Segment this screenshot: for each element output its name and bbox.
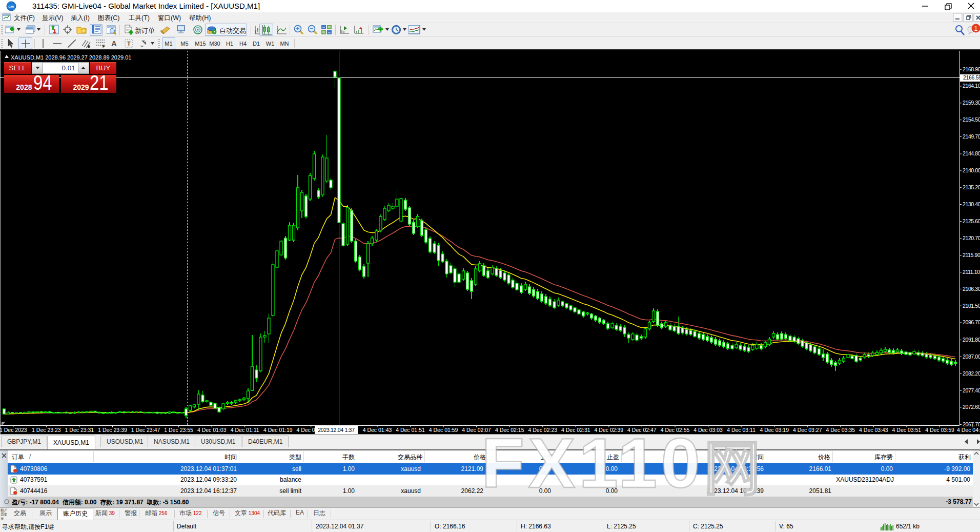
svg-text:2023.12.04 1:37: 2023.12.04 1:37 (318, 427, 355, 433)
svg-text:4 Dec 03:43: 4 Dec 03:43 (859, 427, 888, 433)
svg-text:2154.50: 2154.50 (963, 116, 980, 123)
svg-text:1: 1 (974, 25, 978, 32)
svg-text:F: F (103, 45, 105, 48)
svg-text:2111.10: 2111.10 (963, 269, 980, 275)
svg-text:4 Dec 03:59: 4 Dec 03:59 (925, 427, 954, 433)
svg-text:2140.00: 2140.00 (963, 167, 980, 173)
svg-text:1 Dec 23:23: 1 Dec 23:23 (32, 427, 61, 433)
svg-text:2144.80: 2144.80 (963, 150, 980, 156)
svg-text:2135.20: 2135.20 (963, 184, 980, 190)
svg-text:XAUUSD,M1 2028.96 2029.27 202: XAUUSD,M1 2028.96 2029.27 2028.89 2029.0… (11, 54, 131, 61)
svg-text:2159.30: 2159.30 (963, 100, 980, 106)
svg-text:4 Dec 01:59: 4 Dec 01:59 (429, 427, 458, 433)
svg-text:2120.70: 2120.70 (963, 235, 980, 241)
svg-text:4 Dec 03:35: 4 Dec 03:35 (826, 427, 855, 433)
svg-text:T: T (127, 41, 131, 47)
svg-text:2106.30: 2106.30 (963, 286, 980, 292)
svg-text:2077.40: 2077.40 (963, 387, 980, 393)
svg-text:4 Dec 03:51: 4 Dec 03:51 (892, 427, 922, 433)
svg-text:2125.60: 2125.60 (963, 218, 980, 224)
svg-text:4 Dec 01:19: 4 Dec 01:19 (263, 427, 293, 433)
svg-text:2168.90: 2168.90 (963, 66, 980, 72)
svg-text:2130.40: 2130.40 (963, 201, 980, 207)
svg-text:2072.60: 2072.60 (963, 404, 980, 410)
svg-text:1 Dec 23:31: 1 Dec 23:31 (65, 427, 94, 433)
svg-text:2101.50: 2101.50 (963, 303, 980, 309)
svg-text:4 Dec 01:03: 4 Dec 01:03 (197, 427, 227, 433)
svg-text:2164.10: 2164.10 (963, 83, 980, 89)
svg-text:1 Dec 23:55: 1 Dec 23:55 (164, 427, 193, 433)
svg-text:1 Dec 2023: 1 Dec 2023 (0, 427, 27, 433)
svg-text:4 Dec 04:07: 4 Dec 04:07 (957, 427, 980, 433)
svg-text:4 Dec 03:27: 4 Dec 03:27 (793, 427, 822, 433)
svg-text:2096.70: 2096.70 (963, 319, 980, 325)
svg-text:4 Dec 01:43: 4 Dec 01:43 (363, 427, 392, 433)
svg-text:4 Dec 01:11: 4 Dec 01:11 (231, 427, 259, 433)
svg-text:2149.70: 2149.70 (963, 133, 980, 140)
svg-text:E: E (88, 45, 90, 48)
svg-text:2166.55: 2166.55 (963, 74, 980, 81)
svg-text:1 Dec 23:39: 1 Dec 23:39 (98, 427, 127, 433)
svg-text:GMI: GMI (8, 5, 14, 8)
svg-text:2091.80: 2091.80 (963, 337, 980, 343)
svg-text:1 Dec 23:47: 1 Dec 23:47 (131, 427, 160, 433)
svg-text:2082.20: 2082.20 (963, 370, 980, 377)
svg-text:2067.70: 2067.70 (963, 421, 980, 427)
svg-text:2115.90: 2115.90 (963, 252, 980, 258)
svg-text:2087.00: 2087.00 (963, 353, 980, 360)
svg-text:4 Dec 01:51: 4 Dec 01:51 (396, 427, 425, 433)
